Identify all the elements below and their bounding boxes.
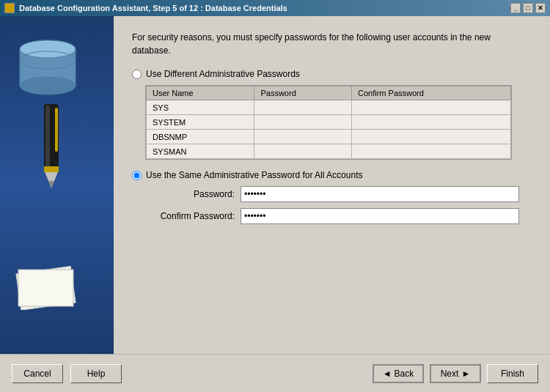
app-icon (4, 3, 15, 13)
confirm-password-input[interactable] (241, 208, 519, 224)
back-button[interactable]: ◄ Back (373, 364, 424, 383)
col-password: Password (254, 86, 352, 100)
svg-rect-7 (55, 108, 58, 152)
sys-confirm[interactable] (352, 100, 511, 115)
different-passwords-group: Use Different Administrative Passwords U… (132, 69, 532, 160)
password-input[interactable] (241, 186, 519, 202)
col-confirm: Confirm Password (352, 86, 511, 100)
content-panel: For security reasons, you must specify p… (114, 16, 550, 354)
description-text: For security reasons, you must specify p… (132, 31, 513, 57)
user-system: SYSTEM (147, 115, 254, 130)
pen-graphic (15, 104, 88, 199)
system-password[interactable] (254, 115, 352, 130)
svg-rect-13 (18, 270, 73, 306)
next-button[interactable]: Next ► (430, 364, 481, 383)
user-sysman: SYSMAN (147, 144, 254, 159)
dbsnmp-password[interactable] (254, 130, 352, 144)
cancel-button[interactable]: Cancel (12, 364, 63, 383)
title-text: Database Configuration Assistant, Step 5… (19, 4, 287, 12)
same-password-section: Password: Confirm Password: (145, 186, 532, 224)
paper-graphic (15, 266, 81, 310)
user-password-table-container: User Name Password Confirm Password SYS (145, 85, 512, 160)
left-panel (0, 16, 114, 354)
minimize-button[interactable]: _ (510, 3, 521, 13)
user-sys: SYS (147, 100, 254, 115)
title-bar: Database Configuration Assistant, Step 5… (0, 0, 550, 16)
user-dbsnmp: DBSNMP (147, 130, 254, 144)
navigation-buttons: ◄ Back Next ► Finish (373, 364, 538, 383)
user-password-table: User Name Password Confirm Password SYS (146, 86, 511, 159)
confirm-password-label: Confirm Password: (145, 211, 241, 221)
svg-point-2 (20, 77, 76, 95)
finish-button[interactable]: Finish (487, 364, 538, 383)
sysman-password[interactable] (254, 144, 352, 159)
confirm-password-row: Confirm Password: (145, 208, 532, 224)
maximize-button[interactable]: □ (523, 3, 533, 13)
svg-rect-6 (45, 106, 50, 168)
sys-password[interactable] (254, 100, 352, 115)
svg-rect-10 (44, 166, 59, 172)
password-row: Password: (145, 186, 532, 202)
system-confirm[interactable] (352, 115, 511, 130)
close-button[interactable]: ✕ (535, 3, 546, 13)
help-button[interactable]: Help (70, 364, 122, 383)
svg-point-3 (20, 40, 76, 58)
next-label: Next (441, 369, 459, 379)
password-label: Password: (145, 189, 241, 199)
different-passwords-label[interactable]: Use Different Administrative Passwords (146, 69, 300, 79)
same-password-label[interactable]: Use the Same Administrative Password for… (146, 170, 362, 180)
table-row: SYSMAN (147, 144, 511, 159)
different-passwords-radio[interactable] (132, 70, 142, 79)
col-username: User Name (147, 86, 254, 100)
sysman-confirm[interactable] (352, 144, 511, 159)
table-row: DBSNMP (147, 130, 511, 144)
back-label: Back (395, 369, 414, 379)
table-row: SYS (147, 100, 511, 115)
database-graphic (11, 38, 84, 97)
same-password-group: Use the Same Administrative Password for… (132, 170, 532, 224)
dbsnmp-confirm[interactable] (352, 130, 511, 144)
back-arrow-icon: ◄ (383, 369, 392, 379)
same-password-radio[interactable] (132, 171, 142, 180)
table-row: SYSTEM (147, 115, 511, 130)
svg-marker-9 (48, 181, 54, 188)
button-bar: Cancel Help ◄ Back Next ► Finish (0, 354, 550, 392)
next-arrow-icon: ► (461, 369, 470, 379)
